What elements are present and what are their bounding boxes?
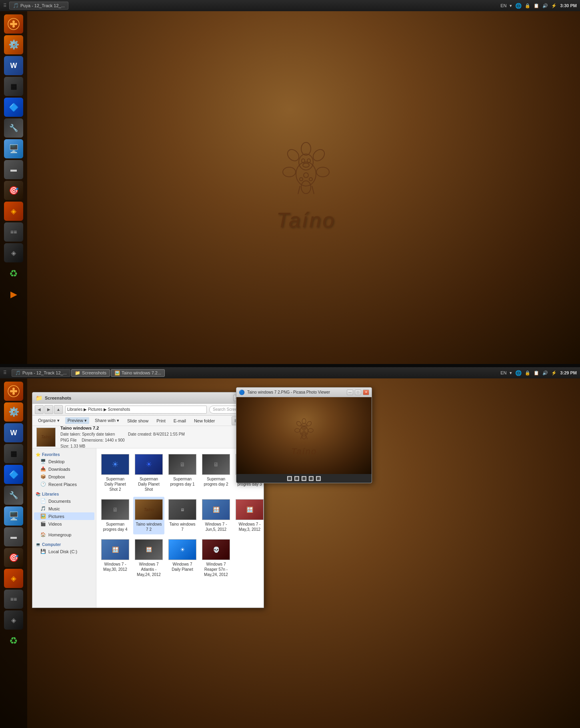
dock-icon-1[interactable] bbox=[4, 14, 23, 34]
size-label: Size: bbox=[60, 444, 70, 448]
dock-b-icon-2[interactable]: ⚙️ bbox=[4, 402, 23, 422]
svg-line-21 bbox=[312, 186, 314, 194]
dock-b-icon-6[interactable]: 🔧 bbox=[4, 486, 23, 505]
svg-point-38 bbox=[300, 426, 308, 436]
preview-menu[interactable]: Preview ▾ bbox=[65, 417, 89, 424]
svg-line-43 bbox=[306, 436, 307, 439]
nav-videos[interactable]: 🎬 Videos bbox=[34, 520, 94, 528]
file-item-8[interactable]: 🖥 Taino windows 7 bbox=[167, 497, 198, 534]
file-item-10[interactable]: 🪟 Windows 7 - May,3, 2012 bbox=[234, 497, 264, 534]
new-folder-button[interactable]: New folder bbox=[192, 418, 218, 424]
picasa-maximize[interactable]: □ bbox=[355, 390, 361, 395]
thumb-4: 🖥 bbox=[202, 454, 230, 475]
dock-icon-2[interactable]: ⚙️ bbox=[4, 35, 23, 54]
play-icon: ▶ bbox=[10, 289, 17, 300]
dock-b-icon-7[interactable]: 🖥️ bbox=[4, 506, 23, 526]
dock-b-icon-11[interactable]: ≡≡ bbox=[4, 590, 23, 609]
dock-icon-6[interactable]: 🔧 bbox=[4, 118, 23, 138]
computer-header: 💻 Computer bbox=[34, 542, 94, 548]
picasa-tb-icon2: 🔳 bbox=[294, 476, 300, 481]
nav-music-label: Music bbox=[48, 506, 60, 511]
dock-icon-11[interactable]: ≡≡ bbox=[4, 222, 23, 242]
nav-pictures[interactable]: 🖼️ Pictures bbox=[34, 512, 94, 520]
thumb-13: ☀ bbox=[168, 539, 196, 560]
dock-icon-14[interactable]: ▶ bbox=[4, 285, 23, 304]
file-item-1[interactable]: ☀ Superman Daily Planet Shot 2 bbox=[100, 452, 131, 494]
picasa-close[interactable]: ✕ bbox=[363, 390, 369, 395]
computer-section: 💻 Computer 💾 Local Disk (C:) bbox=[34, 542, 94, 555]
back-button[interactable]: ◀ bbox=[35, 405, 44, 414]
nav-music[interactable]: 🎵 Music bbox=[34, 505, 94, 512]
taskbar-app-taino[interactable]: 🖼️ Taino windows 7.2... bbox=[111, 369, 165, 377]
email-button[interactable]: E-mail bbox=[171, 418, 188, 424]
file-item-4[interactable]: 🖥 Superman progres day 2 bbox=[200, 452, 232, 494]
taskbar-top: ⠿ 🎵 Puya - 12_Track 12_... EN ▾ 🌐 🔒 📋 🔊 … bbox=[0, 0, 580, 11]
taskbar-app-music[interactable]: 🎵 Puya - 12_Track 12_... bbox=[9, 2, 68, 10]
dock-icon-8[interactable]: ▬ bbox=[4, 160, 23, 179]
dock-icon-12[interactable]: ◈ bbox=[4, 243, 23, 262]
dock-icon-word[interactable]: W bbox=[4, 56, 23, 75]
file-label-1: Superman Daily Planet Shot 2 bbox=[101, 476, 129, 492]
image-icon: 🖼️ bbox=[114, 370, 120, 376]
nav-dropbox[interactable]: 📦 Dropbox bbox=[34, 473, 94, 480]
taskbar-app-screenshots[interactable]: 📁 Screenshots bbox=[71, 369, 110, 377]
dock-b-icon-8[interactable]: ▬ bbox=[4, 527, 23, 546]
address-bar[interactable]: Libraries ▶ Pictures ▶ Screenshots bbox=[65, 406, 207, 414]
file-item-13[interactable]: ☀ Windows 7 Daily Planet bbox=[167, 537, 198, 580]
share-menu[interactable]: Share with ▾ bbox=[92, 417, 122, 424]
dock-b-icon-word[interactable]: W bbox=[4, 423, 23, 442]
libraries-header: 📚 Libraries bbox=[34, 491, 94, 497]
svg-point-10 bbox=[301, 142, 311, 155]
file-item-11[interactable]: 🪟 Windows 7 - May,30, 2012 bbox=[100, 537, 131, 580]
picasa-taino-text: Taíno bbox=[291, 446, 317, 457]
lines-icon-2: ≡≡ bbox=[10, 596, 17, 602]
dock-icon-recycle[interactable]: ♻ bbox=[4, 264, 23, 283]
taskbar-bottom: ⠿ 🎵 Puya - 12_Track 12_... 📁 Screenshots… bbox=[0, 367, 580, 378]
dock-b-icon-recycle[interactable]: ♻ bbox=[4, 631, 23, 650]
file-label-3: Superman progres day 1 bbox=[168, 476, 196, 487]
nav-downloads[interactable]: 📥 Downloads bbox=[34, 465, 94, 473]
dock-b-icon-10[interactable]: ◈ bbox=[4, 569, 23, 588]
nav-desktop[interactable]: 🖥️ Desktop bbox=[34, 458, 94, 465]
dock-icon-9[interactable]: 🎯 bbox=[4, 181, 23, 200]
computer-label: Computer bbox=[42, 542, 61, 547]
word-icon-2: W bbox=[10, 429, 17, 437]
music-icon: 🎵 bbox=[13, 3, 19, 8]
window-title-text: Screenshots bbox=[45, 396, 71, 400]
file-item-12[interactable]: 🪟 Windows 7 Atlantis - May,24, 2012 bbox=[133, 537, 164, 580]
dimensions-value: 1440 x 900 bbox=[105, 438, 125, 442]
dock-b-icon-12[interactable]: ◈ bbox=[4, 610, 23, 630]
dock-b-icon-1[interactable] bbox=[4, 382, 23, 401]
file-label-8: Taino windows 7 bbox=[168, 522, 196, 532]
nav-homegroup[interactable]: 🏠 Homegroup bbox=[34, 531, 94, 538]
file-item-7[interactable]: Taíno Taino windows 7 2 bbox=[133, 497, 164, 534]
file-item-6[interactable]: 🖥 Superman progres day 4 bbox=[100, 497, 131, 534]
organize-menu[interactable]: Organize ▾ bbox=[36, 417, 62, 424]
slideshow-button[interactable]: Slide show bbox=[125, 418, 151, 424]
nav-documents[interactable]: 📄 Documents bbox=[34, 497, 94, 505]
dock-icon-4[interactable]: ▦ bbox=[4, 77, 23, 96]
date-taken-label: Date taken: bbox=[60, 432, 82, 436]
dock-b-icon-5[interactable]: 🔷 bbox=[4, 465, 23, 484]
file-item-14[interactable]: 💀 Windows 7 Reaper 57n - May,24, 2012 bbox=[200, 537, 232, 580]
file-item-3[interactable]: 🖥 Superman progres day 1 bbox=[167, 452, 198, 494]
dock-icon-7[interactable]: 🖥️ bbox=[4, 139, 23, 158]
taskbar-app-music-2[interactable]: 🎵 Puya - 12_Track 12_... bbox=[12, 369, 70, 377]
dock-icon-5[interactable]: 🔷 bbox=[4, 98, 23, 117]
taino-small-emblem bbox=[288, 414, 320, 446]
dock-b-icon-4[interactable]: ▦ bbox=[4, 444, 23, 463]
dock-icon-10[interactable]: ◈ bbox=[4, 202, 23, 221]
nav-recent[interactable]: 🕐 Recent Places bbox=[34, 480, 94, 488]
dropbox-folder-icon: 📦 bbox=[40, 474, 46, 479]
up-button[interactable]: ▲ bbox=[54, 405, 63, 414]
dropdown-2: ▾ bbox=[510, 370, 512, 376]
dock-b-icon-9[interactable]: 🎯 bbox=[4, 548, 23, 567]
file-item-2[interactable]: ☀ Superman Daily Planet Shot bbox=[133, 452, 164, 494]
forward-button[interactable]: ▶ bbox=[44, 405, 53, 414]
print-button[interactable]: Print bbox=[154, 418, 168, 424]
dropbox-icon-2: 🔷 bbox=[9, 470, 19, 479]
file-item-9[interactable]: 🪟 Windows 7 - Jun,5, 2012 bbox=[200, 497, 232, 534]
picasa-controls: — □ ✕ bbox=[347, 390, 369, 395]
picasa-minimize[interactable]: — bbox=[347, 390, 353, 395]
nav-local-disk[interactable]: 💾 Local Disk (C:) bbox=[34, 548, 94, 555]
